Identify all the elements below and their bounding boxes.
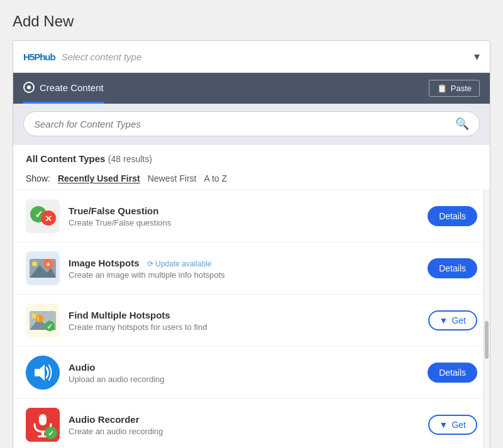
list-item: + Image Hotspots ⟳ Update available Crea…: [13, 243, 490, 295]
select-content-type-bar[interactable]: H5Phub Select content type ▾: [13, 41, 490, 73]
image-hotspots-info: Image Hotspots ⟳ Update available Create…: [69, 258, 419, 280]
list-count: (48 results): [108, 154, 152, 164]
find-hotspots-name: Find Multiple Hotspots: [69, 310, 419, 320]
true-false-desc: Create True/False questions: [69, 218, 419, 227]
sort-newest-first[interactable]: Newest First: [148, 173, 197, 183]
scrollbar-thumb[interactable]: [485, 321, 489, 359]
list-title: All Content Types: [26, 153, 105, 164]
main-container: H5Phub Select content type ▾ Create Cont…: [13, 40, 490, 448]
h5p-logo: H5Phub: [23, 52, 55, 62]
audio-recorder-desc: Create an audio recording: [69, 427, 419, 436]
svg-text:✕: ✕: [45, 214, 52, 224]
search-input[interactable]: [34, 119, 450, 129]
list-item: ✓ ! Find Multiple Hotspots Create many h…: [13, 295, 490, 347]
page-title: Add New: [13, 13, 490, 30]
update-icon: ⟳: [147, 260, 153, 268]
list-item: ✓ Audio Recorder Create an audio recordi…: [13, 399, 490, 448]
sort-recently-used[interactable]: Recently Used First: [58, 173, 140, 183]
download-icon: ▼: [439, 420, 448, 430]
update-badge: ⟳ Update available: [147, 260, 212, 268]
find-hotspots-info: Find Multiple Hotspots Create many hotsp…: [69, 310, 419, 332]
sort-a-to-z[interactable]: A to Z: [204, 173, 227, 183]
audio-recorder-icon: ✓: [26, 408, 60, 442]
svg-point-14: [31, 314, 36, 319]
image-hotspots-desc: Create an image with multiple info hotsp…: [69, 270, 419, 280]
paste-button[interactable]: 📋 Paste: [429, 80, 480, 97]
paste-label: Paste: [451, 84, 472, 93]
create-content-tab-label: Create Content: [40, 82, 104, 93]
image-hotspots-name: Image Hotspots ⟳ Update available: [69, 258, 419, 268]
svg-point-8: [32, 261, 37, 266]
audio-icon: [26, 356, 60, 390]
image-hotspots-svg: +: [26, 251, 60, 285]
audio-recorder-info: Audio Recorder Create an audio recording: [69, 414, 419, 436]
audio-recorder-name: Audio Recorder: [69, 414, 419, 425]
audio-info: Audio Upload an audio recording: [69, 362, 419, 384]
svg-text:+: +: [46, 260, 50, 269]
search-button[interactable]: 🔍: [455, 117, 469, 131]
svg-text:!: !: [37, 316, 39, 323]
svg-rect-23: [39, 414, 47, 425]
image-hotspots-icon: +: [26, 251, 60, 285]
audio-desc: Upload an audio recording: [69, 374, 419, 384]
audio-name: Audio: [69, 362, 419, 373]
audio-recorder-get-button[interactable]: ▼ Get: [428, 415, 477, 435]
chevron-down-icon: ▾: [474, 50, 480, 63]
tab-bar: Create Content 📋 Paste: [13, 73, 490, 104]
tab-radio-icon: [23, 82, 35, 93]
create-content-tab[interactable]: Create Content: [23, 73, 104, 104]
svg-text:✓: ✓: [47, 322, 53, 331]
search-bar-container: 🔍: [13, 104, 490, 145]
true-false-details-button[interactable]: Details: [428, 206, 477, 226]
find-hotspots-desc: Create many hotspots for users to find: [69, 322, 419, 332]
list-item: ✓ ✕ True/False Question Create True/Fals…: [13, 190, 490, 243]
true-false-info: True/False Question Create True/False qu…: [69, 205, 419, 227]
search-bar: 🔍: [23, 111, 480, 136]
find-hotspots-get-button[interactable]: ▼ Get: [428, 310, 477, 331]
audio-recorder-svg: ✓: [26, 408, 60, 442]
find-hotspots-icon: ✓ !: [26, 303, 60, 337]
audio-svg: [26, 356, 60, 390]
show-label: Show:: [26, 173, 50, 183]
true-false-name: True/False Question: [69, 205, 419, 216]
audio-details-button[interactable]: Details: [428, 363, 477, 383]
list-header: All Content Types (48 results): [13, 145, 490, 170]
svg-text:✓: ✓: [48, 429, 54, 438]
true-false-svg: ✓ ✕: [26, 199, 60, 233]
scrollbar-track: [484, 190, 490, 448]
download-icon: ▼: [439, 315, 448, 325]
tab-radio-dot: [27, 85, 31, 89]
paste-icon: 📋: [437, 84, 447, 93]
svg-rect-24: [41, 432, 44, 435]
sort-bar: Show: Recently Used First Newest First A…: [13, 170, 490, 190]
image-hotspots-details-button[interactable]: Details: [428, 258, 477, 278]
list-item: Audio Upload an audio recording Details: [13, 347, 490, 399]
find-hotspots-svg: ✓ !: [26, 303, 60, 337]
svg-rect-20: [35, 369, 40, 376]
true-false-icon: ✓ ✕: [26, 199, 60, 233]
select-content-type-text: Select content type: [62, 52, 474, 62]
content-list: ✓ ✕ True/False Question Create True/Fals…: [13, 190, 490, 448]
